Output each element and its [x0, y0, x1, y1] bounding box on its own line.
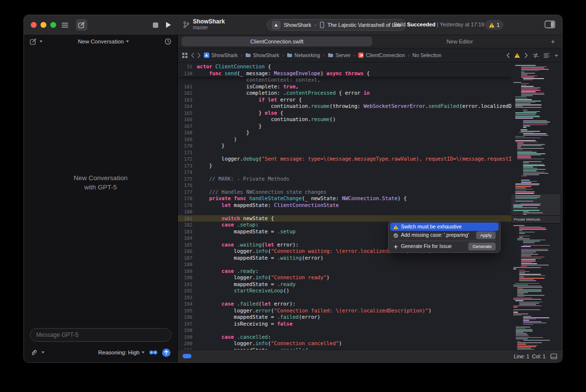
add-editor-button[interactable]: +	[554, 52, 558, 59]
generate-button[interactable]: Generate	[468, 243, 496, 251]
code-line[interactable]: 166 continuation.resume()	[178, 116, 511, 123]
code-line[interactable]: 179 let mappedState: ClientConnectionSta…	[178, 202, 511, 209]
line-number[interactable]: 184	[178, 235, 197, 242]
line-number[interactable]: 196	[178, 314, 197, 321]
editor-layout-icon[interactable]	[544, 21, 555, 28]
zoom-button[interactable]	[50, 22, 56, 28]
line-number[interactable]: 188	[178, 261, 197, 268]
add-tab-button[interactable]: +	[547, 38, 558, 45]
chevron-right-icon[interactable]	[197, 53, 201, 58]
code-line[interactable]: 174	[178, 169, 511, 176]
line-number[interactable]: 162	[178, 90, 197, 97]
code-line[interactable]: 175 // MARK: - Private Methods	[178, 176, 511, 183]
code-line[interactable]: 198	[178, 327, 511, 334]
line-number[interactable]: 165	[178, 110, 197, 117]
code-area[interactable]: 31actor ClientConnection {138 func send(…	[178, 62, 511, 350]
code-line[interactable]: 170 }	[178, 143, 511, 149]
code-line[interactable]: 138 func send(_ message: MessageEnvelope…	[178, 70, 511, 77]
line-number[interactable]: 181	[178, 215, 197, 222]
code-line[interactable]: 176	[178, 182, 511, 189]
chevron-down-icon[interactable]	[42, 351, 44, 353]
code-line[interactable]: 199 case .cancelled:	[178, 334, 511, 341]
line-number[interactable]: 193	[178, 294, 197, 301]
warning-count-badge[interactable]: 1	[485, 20, 503, 30]
history-clock-icon[interactable]	[165, 38, 171, 45]
close-button[interactable]	[31, 22, 37, 28]
line-number[interactable]: 191	[178, 281, 197, 288]
code-line[interactable]: 177 /// Handles NWConnection state chang…	[178, 189, 511, 196]
line-number[interactable]: 170	[178, 143, 197, 149]
line-number[interactable]: 195	[178, 308, 197, 314]
code-line[interactable]: 165 } else {	[178, 110, 511, 117]
attachment-paperclip-icon[interactable]	[31, 349, 37, 356]
code-line[interactable]: 189 case .ready:	[178, 268, 511, 275]
activity-status[interactable]: Build Succeeded | Yesterday at 17:19	[394, 21, 484, 27]
line-number[interactable]: 166	[178, 116, 197, 123]
line-number[interactable]: 164	[178, 103, 197, 110]
breadcrumb-item-server[interactable]: Server	[328, 52, 351, 58]
code-line[interactable]: 172 logger.debug("Sent message: type=\(m…	[178, 156, 511, 163]
compose-icon[interactable]	[30, 38, 37, 45]
code-line[interactable]: 192 startReceiveLoop()	[178, 288, 511, 294]
line-number[interactable]: 192	[178, 288, 197, 294]
conversation-title-menu[interactable]: New Conversation	[45, 39, 162, 44]
code-line[interactable]: 168 }	[178, 129, 511, 136]
line-number[interactable]: 167	[178, 123, 197, 130]
breadcrumb-item-clientconnection[interactable]: ClientConnection	[358, 52, 405, 58]
generate-fix-row[interactable]: Generate Fix for Issue Generate	[390, 242, 499, 251]
code-line[interactable]: 167 }	[178, 123, 511, 130]
line-number[interactable]: 199	[178, 334, 197, 341]
window-bar-icon[interactable]	[550, 353, 557, 359]
line-number[interactable]: 194	[178, 301, 197, 308]
code-line[interactable]: 193	[178, 294, 511, 301]
line-number[interactable]: 180	[178, 208, 197, 215]
binoculars-icon[interactable]	[149, 350, 158, 355]
line-number[interactable]: 190	[178, 274, 197, 281]
code-line[interactable]: 163 if let error {	[178, 97, 511, 103]
line-number[interactable]: 173	[178, 163, 197, 169]
line-number[interactable]: 175	[178, 176, 197, 183]
line-number[interactable]: 197	[178, 321, 197, 328]
line-number[interactable]: 189	[178, 268, 197, 275]
line-number[interactable]: 161	[178, 83, 197, 90]
scheme-selector[interactable]: ShowShark › The Lajestic Vantrashell of …	[267, 19, 406, 31]
chevron-left-icon[interactable]	[191, 53, 194, 58]
issue-title-row[interactable]: Switch must be exhaustive	[390, 223, 499, 231]
code-line[interactable]: 180	[178, 208, 511, 215]
code-line[interactable]: 196 mappedState = .failed(error)	[178, 314, 511, 321]
minimap[interactable]: Private Methods	[511, 62, 560, 350]
line-number[interactable]: 186	[178, 248, 197, 255]
next-issue-chevron-icon[interactable]	[524, 53, 528, 58]
reasoning-selector[interactable]: Reasoning: High	[98, 350, 145, 355]
breadcrumb-item-no-selection[interactable]: No Selection	[413, 52, 442, 58]
line-number[interactable]: 163	[178, 97, 197, 103]
code-line[interactable]: 31actor ClientConnection {	[178, 63, 511, 70]
adjust-editor-icon[interactable]	[544, 53, 550, 58]
line-number[interactable]: 185	[178, 242, 197, 248]
line-number[interactable]: 200	[178, 340, 197, 347]
code-line[interactable]: 188	[178, 261, 511, 268]
code-line[interactable]: 194 case .failed(let error):	[178, 301, 511, 308]
code-line[interactable]: 195 logger.error("Connection failed: \(e…	[178, 308, 511, 314]
previous-issue-chevron-icon[interactable]	[506, 53, 510, 58]
line-number[interactable]: 178	[178, 195, 197, 202]
tab-clientconnection[interactable]: ClientConnection.swift	[182, 37, 372, 46]
code-line[interactable]: 197 isReceiving = false	[178, 321, 511, 328]
code-line[interactable]: 201 mappedState = .cancelled	[178, 347, 511, 350]
code-line[interactable]: 161 isComplete: true,	[178, 83, 511, 90]
chevron-down-icon[interactable]	[40, 41, 42, 42]
stop-button[interactable]	[153, 22, 158, 28]
code-line[interactable]: 162 completion: .contentProcessed { erro…	[178, 90, 511, 97]
fixit-row[interactable]: Add missing case: '.preparing' Apply	[390, 231, 499, 240]
code-line[interactable]: 173 }	[178, 163, 511, 169]
tab-new-editor[interactable]: New Editor	[372, 39, 547, 44]
apply-button[interactable]: Apply	[476, 231, 496, 240]
code-line[interactable]: 200 logger.info("Connection cancelled")	[178, 340, 511, 347]
conversation-list-button[interactable]	[59, 19, 71, 31]
line-number[interactable]: 174	[178, 169, 197, 176]
new-chat-button[interactable]	[76, 19, 87, 31]
line-number[interactable]: 176	[178, 182, 197, 189]
related-items-grid-icon[interactable]	[182, 52, 188, 59]
code-line[interactable]: 169 )	[178, 136, 511, 143]
line-number[interactable]: 198	[178, 327, 197, 334]
